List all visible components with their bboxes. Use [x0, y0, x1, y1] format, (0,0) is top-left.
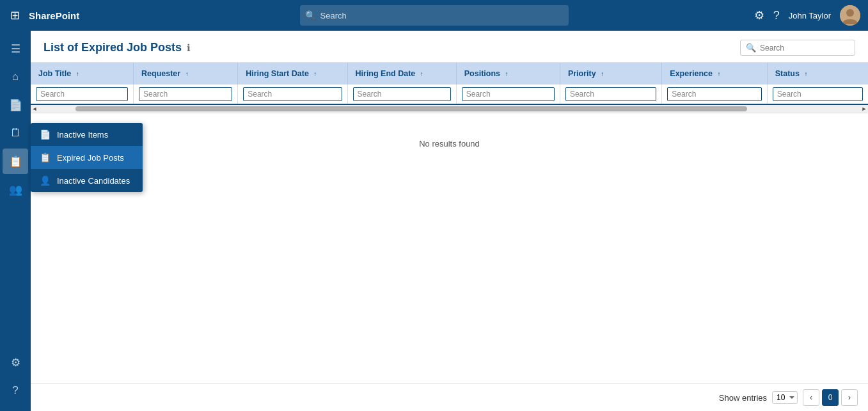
page-title: List of Expired Job Posts [43, 41, 182, 54]
sort-arrow-status[interactable]: ↑ [804, 70, 807, 77]
filter-priority [560, 85, 661, 104]
sidebar-item-reports[interactable]: 📋 [3, 149, 28, 174]
col-positions[interactable]: Positions ↑ [456, 63, 560, 85]
data-table: Job Title ↑ Requester ↑ Hiring Start Dat… [31, 63, 868, 174]
col-experience[interactable]: Experience ↑ [662, 63, 767, 85]
settings-icon: ⚙ [11, 356, 20, 369]
filter-job-title [31, 85, 134, 104]
scroll-left-arrow[interactable]: ◄ [31, 105, 38, 113]
filter-input-status[interactable] [773, 87, 863, 101]
filter-requester [134, 85, 238, 104]
info-icon[interactable]: ℹ [187, 42, 191, 54]
inactive-items-icon: 📄 [40, 129, 51, 140]
sidebar-item-document[interactable]: 📄 [3, 92, 28, 118]
page-header: List of Expired Job Posts ℹ 🔍 [31, 31, 868, 63]
topbar-search-icon: 🔍 [305, 10, 316, 20]
topbar-right: ⚙ ? John Taylor [754, 5, 860, 26]
sort-arrow-priority[interactable]: ↑ [601, 70, 604, 77]
menu-icon: ☰ [11, 42, 20, 56]
table-wrap: Job Title ↑ Requester ↑ Hiring Start Dat… [31, 63, 868, 383]
sidebar-item-menu[interactable]: ☰ [3, 36, 28, 61]
col-requester[interactable]: Requester ↑ [134, 63, 238, 85]
svg-point-1 [846, 9, 854, 17]
sidebar-item-settings[interactable]: ⚙ [3, 350, 28, 375]
scrollbar-placeholder: ◄ ► [31, 104, 868, 113]
sidebar-item-list[interactable]: 🗒 [3, 120, 28, 146]
dropdown-item-expired-job-posts[interactable]: 📋 Expired Job Posts [31, 146, 143, 169]
table-filter-row [31, 85, 868, 104]
expired-job-posts-label: Expired Job Posts [57, 153, 124, 163]
sort-arrow-requester[interactable]: ↑ [185, 70, 189, 77]
filter-input-experience[interactable] [667, 87, 761, 101]
topbar-search: 🔍 [300, 5, 569, 26]
col-job-title[interactable]: Job Title ↑ [31, 63, 134, 85]
scroll-right-arrow[interactable]: ► [860, 105, 868, 113]
inactive-candidates-icon: 👤 [40, 175, 51, 186]
filter-status [767, 85, 868, 104]
entries-select[interactable]: 5 10 25 50 [772, 391, 798, 404]
sort-arrow-hiring-end[interactable]: ↑ [420, 70, 423, 77]
sidebar-item-home[interactable]: ⌂ [3, 64, 28, 90]
filter-input-hiring-start[interactable] [243, 87, 342, 101]
topbar-search-input[interactable] [300, 5, 569, 26]
layout: ☰ ⌂ 📄 🗒 📋 👥 ⚙ ? List o [0, 31, 868, 411]
expired-job-posts-icon: 📋 [40, 152, 51, 163]
dropdown-item-inactive-items[interactable]: 📄 Inactive Items [31, 123, 143, 146]
header-search: 🔍 [740, 40, 855, 56]
filter-input-priority[interactable] [565, 87, 656, 101]
col-hiring-start[interactable]: Hiring Start Date ↑ [238, 63, 347, 85]
filter-input-hiring-end[interactable] [353, 87, 451, 101]
people-icon: 👥 [9, 183, 22, 197]
sidebar: ☰ ⌂ 📄 🗒 📋 👥 ⚙ ? [0, 31, 31, 411]
sidebar-item-help[interactable]: ? [3, 378, 28, 403]
help-icon: ? [12, 384, 18, 397]
sort-arrow-experience[interactable]: ↑ [718, 70, 721, 77]
table-header-row: Job Title ↑ Requester ↑ Hiring Start Dat… [31, 63, 868, 85]
filter-hiring-end [347, 85, 456, 104]
waffle-icon[interactable]: ⊞ [8, 6, 22, 25]
help-icon[interactable]: ? [773, 9, 780, 22]
reports-icon: 📋 [9, 155, 22, 168]
col-priority[interactable]: Priority ↑ [560, 63, 661, 85]
inactive-items-label: Inactive Items [57, 130, 108, 140]
current-page-button[interactable]: 0 [822, 389, 839, 406]
avatar[interactable] [840, 5, 860, 26]
filter-experience [662, 85, 767, 104]
sidebar-bottom: ⚙ ? [3, 350, 28, 403]
filter-input-positions[interactable] [462, 87, 555, 101]
home-icon: ⌂ [12, 70, 19, 83]
dropdown-item-inactive-candidates[interactable]: 👤 Inactive Candidates [31, 169, 143, 192]
main-content: List of Expired Job Posts ℹ 🔍 Job Title … [31, 31, 868, 411]
page-nav: ‹ 0 › [803, 389, 858, 406]
prev-page-button[interactable]: ‹ [803, 389, 819, 406]
settings-icon[interactable]: ⚙ [754, 8, 764, 22]
sort-arrow-hiring-start[interactable]: ↑ [313, 70, 317, 77]
no-results-row: No results found [31, 113, 868, 175]
col-hiring-end[interactable]: Hiring End Date ↑ [347, 63, 456, 85]
table-footer: Show entries 5 10 25 50 ‹ 0 › [31, 383, 868, 411]
document-icon: 📄 [9, 99, 22, 112]
next-page-button[interactable]: › [841, 389, 858, 406]
topbar: ⊞ SharePoint 🔍 ⚙ ? John Taylor [0, 0, 868, 31]
header-search-icon: 🔍 [746, 43, 756, 52]
page-title-row: List of Expired Job Posts ℹ [43, 41, 191, 54]
filter-input-job-title[interactable] [36, 87, 128, 101]
dropdown-menu: 📄 Inactive Items 📋 Expired Job Posts 👤 I… [31, 123, 143, 192]
no-results-message: No results found [31, 113, 868, 175]
filter-positions [456, 85, 560, 104]
list-icon: 🗒 [10, 127, 21, 140]
filter-hiring-start [238, 85, 347, 104]
header-search-input[interactable] [760, 44, 849, 52]
username: John Taylor [789, 11, 831, 20]
show-entries-label: Show entries [719, 393, 767, 403]
inactive-candidates-label: Inactive Candidates [57, 176, 130, 186]
sort-arrow-job-title[interactable]: ↑ [76, 70, 79, 77]
sort-arrow-positions[interactable]: ↑ [505, 70, 508, 77]
sidebar-item-people[interactable]: 👥 [3, 177, 28, 202]
filter-input-requester[interactable] [139, 87, 232, 101]
app-name: SharePoint [29, 10, 79, 21]
scroll-thumb[interactable] [75, 106, 747, 111]
col-status[interactable]: Status ↑ [767, 63, 868, 85]
